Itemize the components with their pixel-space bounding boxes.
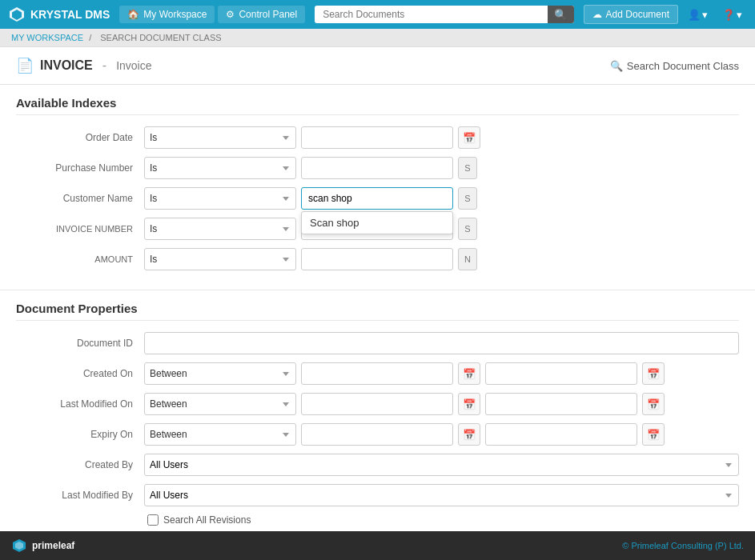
control-panel-btn[interactable]: ⚙ Control Panel: [218, 6, 305, 23]
last-modified-operator[interactable]: BetweenIsBeforeAfter: [144, 393, 296, 415]
invoice-number-suffix: S: [458, 218, 477, 240]
purchase-number-operator[interactable]: IsIs NotContains: [144, 157, 296, 179]
last-modified-end-calendar-btn[interactable]: 📅: [642, 393, 665, 415]
last-modified-by-row: Last Modified By All Users: [16, 484, 739, 506]
last-modified-start-calendar-btn[interactable]: 📅: [458, 393, 480, 415]
last-modified-label: Last Modified On: [16, 398, 144, 410]
doc-type-label: INVOICE: [40, 58, 93, 73]
document-id-controls: [144, 332, 739, 354]
expiry-on-start-input[interactable]: [301, 423, 453, 446]
calendar-icon-5: 📅: [463, 429, 476, 441]
created-on-end-calendar-btn[interactable]: 📅: [642, 362, 665, 385]
global-search-wrap: 🔍: [315, 6, 573, 23]
purchase-number-input[interactable]: [301, 157, 453, 179]
order-date-label: Order Date: [16, 132, 144, 143]
customer-name-operator[interactable]: IsIs NotContains: [144, 187, 296, 210]
last-modified-controls: BetweenIsBeforeAfter 📅 📅: [144, 393, 739, 415]
created-by-controls: All Users: [144, 454, 739, 476]
brand-logo[interactable]: KRYSTAL DMS: [8, 6, 110, 23]
created-by-row: Created By All Users: [16, 454, 739, 476]
created-on-start-input[interactable]: [301, 362, 453, 385]
top-navigation: KRYSTAL DMS 🏠 My Workspace ⚙ Control Pan…: [0, 0, 755, 29]
created-by-label: Created By: [16, 459, 144, 470]
last-modified-end-input[interactable]: [485, 393, 637, 415]
amount-operator[interactable]: IsIs NotBetween: [144, 248, 296, 270]
search-revisions-checkbox[interactable]: [147, 514, 159, 526]
expiry-on-row: Expiry On BetweenIsBeforeAfter 📅 📅: [16, 423, 739, 446]
user-menu-btn[interactable]: 👤 ▾: [683, 6, 713, 24]
footer: primeleaf © Primeleaf Consulting (P) Ltd…: [0, 531, 755, 560]
expiry-on-start-calendar-btn[interactable]: 📅: [458, 423, 480, 446]
customer-name-row: Customer Name IsIs NotContains S Scan sh…: [16, 187, 739, 210]
footer-brand-name: primeleaf: [32, 540, 74, 551]
document-id-row: Document ID: [16, 332, 739, 354]
calendar-icon-6: 📅: [647, 429, 660, 441]
purchase-number-row: Purchase Number IsIs NotContains S: [16, 157, 739, 179]
available-indexes-title: Available Indexes: [16, 96, 739, 115]
invoice-number-operator[interactable]: IsIs NotContains: [144, 218, 296, 240]
order-date-calendar-btn[interactable]: 📅: [458, 126, 480, 149]
search-document-class-btn[interactable]: 🔍 Search Document Class: [610, 60, 739, 72]
last-modified-start-input[interactable]: [301, 393, 453, 415]
expiry-on-end-calendar-btn[interactable]: 📅: [642, 423, 665, 446]
breadcrumb: MY WORKSPACE / SEARCH DOCUMENT CLASS: [0, 29, 755, 47]
autocomplete-item-scan-shop[interactable]: Scan shop: [302, 212, 452, 234]
global-search-button[interactable]: 🔍: [548, 6, 574, 23]
cog-icon: ⚙: [226, 9, 235, 20]
last-modified-row: Last Modified On BetweenIsBeforeAfter 📅 …: [16, 393, 739, 415]
expiry-on-label: Expiry On: [16, 429, 144, 440]
my-workspace-btn[interactable]: 🏠 My Workspace: [119, 6, 215, 23]
add-document-btn[interactable]: ☁ Add Document: [584, 5, 678, 24]
brand-icon: [8, 6, 26, 23]
customer-name-controls: IsIs NotContains S Scan shop: [144, 187, 739, 210]
purchase-number-suffix: S: [458, 157, 477, 179]
search-doc-class-icon: 🔍: [610, 60, 623, 72]
help-menu-btn[interactable]: ❓ ▾: [717, 6, 747, 24]
search-revisions-label[interactable]: Search All Revisions: [163, 514, 251, 526]
customer-name-input[interactable]: [301, 187, 453, 210]
expiry-on-end-input[interactable]: [485, 423, 637, 446]
global-search-input[interactable]: [315, 6, 573, 23]
last-modified-by-controls: All Users: [144, 484, 739, 506]
breadcrumb-sep: /: [89, 33, 91, 42]
amount-suffix: N: [458, 248, 477, 270]
calendar-icon-1: 📅: [463, 368, 476, 380]
amount-input[interactable]: [301, 248, 453, 270]
expiry-on-controls: BetweenIsBeforeAfter 📅 📅: [144, 423, 739, 446]
calendar-icon: 📅: [463, 132, 476, 144]
order-date-input[interactable]: [301, 126, 453, 149]
created-on-end-input[interactable]: [485, 362, 637, 385]
created-on-operator[interactable]: BetweenIsBeforeAfter: [144, 362, 296, 385]
search-icon: 🔍: [554, 9, 568, 21]
created-on-start-calendar-btn[interactable]: 📅: [458, 362, 480, 385]
brand-name: KRYSTAL DMS: [30, 8, 110, 21]
document-properties-title: Document Properties: [16, 302, 739, 321]
created-on-row: Created On BetweenIsBeforeAfter 📅 📅: [16, 362, 739, 385]
document-properties-section: Document Properties Document ID Created …: [0, 290, 755, 531]
customer-name-suffix: S: [458, 187, 477, 210]
main-content: 📄 INVOICE - Invoice 🔍 Search Document Cl…: [0, 47, 755, 531]
breadcrumb-home[interactable]: MY WORKSPACE: [11, 33, 83, 42]
order-date-row: Order Date IsIs NotBetween 📅: [16, 126, 739, 149]
order-date-operator[interactable]: IsIs NotBetween: [144, 126, 296, 149]
cloud-icon: ☁: [592, 9, 602, 20]
user-icon: 👤: [688, 9, 701, 21]
document-id-input[interactable]: [144, 332, 739, 354]
calendar-icon-3: 📅: [463, 398, 476, 410]
calendar-icon-2: 📅: [647, 368, 660, 380]
expiry-on-operator[interactable]: BetweenIsBeforeAfter: [144, 423, 296, 446]
footer-brand: primeleaf: [11, 538, 74, 554]
available-indexes-section: Available Indexes Order Date IsIs NotBet…: [0, 85, 755, 290]
last-modified-by-select[interactable]: All Users: [144, 484, 739, 506]
invoice-icon: 📄: [16, 57, 34, 74]
purchase-number-controls: IsIs NotContains S: [144, 157, 739, 179]
created-on-controls: BetweenIsBeforeAfter 📅 📅: [144, 362, 739, 385]
footer-copyright: © Primeleaf Consulting (P) Ltd.: [622, 541, 744, 550]
customer-autocomplete-dropdown: Scan shop: [301, 211, 453, 234]
footer-logo-icon: [11, 538, 27, 554]
search-revisions-row: Search All Revisions: [147, 514, 739, 526]
created-by-select[interactable]: All Users: [144, 454, 739, 476]
created-on-label: Created On: [16, 368, 144, 379]
purchase-number-label: Purchase Number: [16, 162, 144, 174]
calendar-icon-4: 📅: [647, 398, 660, 410]
